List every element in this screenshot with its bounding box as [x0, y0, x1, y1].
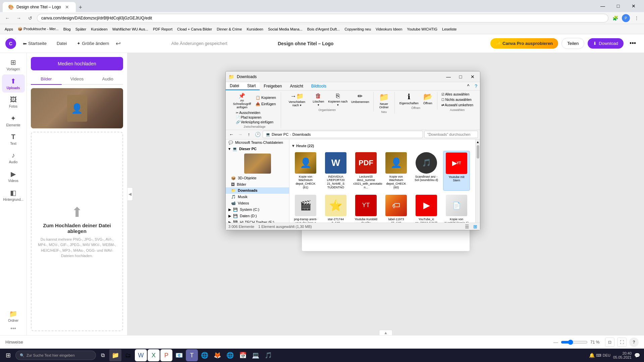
fe-tree-item-dieser-pc[interactable]: ▾💻Dieser PC: [226, 146, 289, 152]
bookmark-apps[interactable]: Apps: [3, 26, 15, 32]
sidebar-item-ordner[interactable]: 📁 Ordner: [2, 307, 25, 325]
tray-action-center-btn[interactable]: 💬: [634, 353, 640, 358]
bookmark-bois[interactable]: Bois d'Argent Duft...: [305, 26, 342, 32]
bookmark-socialmedia[interactable]: Social Media Mana...: [266, 26, 305, 32]
fe-view-details-btn[interactable]: ☰: [465, 224, 469, 229]
fe-tree-item-downloads[interactable]: 📁Downloads: [226, 187, 289, 194]
canva-undo-btn[interactable]: ↩: [116, 40, 121, 47]
fe-scroll-thumb[interactable]: [477, 145, 479, 159]
bookmark-spaeter[interactable]: Später: [73, 26, 88, 32]
fe-nav-forward-btn[interactable]: →: [236, 131, 244, 138]
bookmark-wahlfaecher[interactable]: Wahlfächer WU Aus...: [110, 26, 150, 32]
fe-file-3[interactable]: PDF LectureSli des1_summe r2021_with_ann…: [353, 151, 379, 191]
fe-file-5[interactable]: 🎵 Scandinavi anz - Sol (soundclou d): [413, 151, 440, 191]
bookmark-kursideen2[interactable]: Kursideen: [245, 26, 265, 32]
taskbar-mail-btn[interactable]: 📧: [173, 349, 185, 361]
ribbon-btn-alles-auswaehlen[interactable]: ☑ Alles auswählen: [440, 92, 475, 97]
fe-tree-item-musik[interactable]: 🎵Musik: [226, 194, 289, 200]
fe-ribbon-toggle-btn[interactable]: ^: [465, 82, 472, 90]
fe-tab-freigeben[interactable]: Freigeben: [260, 82, 286, 90]
fe-tab-start[interactable]: Start: [243, 82, 260, 90]
ribbon-btn-auswahl-umkehren[interactable]: ⇄ Auswahl umkehren: [440, 103, 475, 108]
browser-close-btn[interactable]: ✕: [626, 0, 641, 12]
fe-help-btn[interactable]: ?: [472, 82, 480, 90]
taskbar-apps-btn[interactable]: 🗂: [122, 349, 134, 361]
tray-clock[interactable]: 20:40 05.05.2021: [612, 351, 633, 359]
bookmark-videokurs[interactable]: Videokurs Ideen: [374, 26, 404, 32]
tab-audio[interactable]: Audio: [92, 74, 123, 84]
fe-nav-recent-btn[interactable]: 🕐: [254, 131, 261, 138]
canva-resize-btn[interactable]: ✦ Größe ändern: [73, 39, 112, 48]
fe-file-9[interactable]: YT Youtube Kursbild Quality: [353, 193, 379, 223]
ribbon-btn-umbenennen[interactable]: ✏ Umbenennen: [350, 92, 371, 108]
sidebar-item-text[interactable]: T Text: [2, 130, 25, 148]
page-fit-btn[interactable]: ⊡: [605, 338, 614, 347]
taskbar-device-btn[interactable]: 💻: [250, 349, 262, 361]
browser-tab[interactable]: 🎨 Design ohne Titel – Logo ✕: [3, 2, 76, 12]
fe-file-2[interactable]: W INDIVIDUA LREPORT20 21_NAME_S TUDENTNO: [322, 151, 349, 191]
bookmark-leseliste[interactable]: Leseliste: [440, 26, 459, 32]
taskbar-calendar-btn[interactable]: 📅: [237, 349, 249, 361]
fe-tab-ansicht[interactable]: Ansicht: [286, 82, 307, 90]
ribbon-btn-pfad-kopieren[interactable]: 📄 Pfad kopieren: [234, 115, 275, 120]
taskbar-files-btn[interactable]: 📁: [109, 349, 121, 361]
browser-settings-btn[interactable]: ⋮: [632, 13, 641, 23]
browser-minimize-btn[interactable]: —: [595, 0, 610, 12]
bookmark-copywriting[interactable]: Copywriting neu: [342, 26, 373, 32]
taskbar-search-box[interactable]: 🔍 Zur Suche Text hier eingeben: [15, 351, 96, 360]
bookmark-youtube[interactable]: Youtube WICHTIG: [405, 26, 439, 32]
help-btn[interactable]: ?: [629, 338, 639, 347]
ribbon-btn-einfuegen[interactable]: 📥 Einfügen: [254, 101, 278, 107]
ribbon-btn-verschieben[interactable]: →📁 Verschieben nach ▾: [284, 92, 310, 108]
fe-close-btn[interactable]: ✕: [468, 73, 477, 81]
canva-pro-btn[interactable]: ✨ Canva Pro ausprobieren: [490, 38, 558, 49]
taskbar-spotify-btn[interactable]: 🎵: [262, 349, 274, 361]
ribbon-btn-neuer-ordner[interactable]: 📁 NeuerOrdner: [376, 92, 392, 110]
bookmark-pdf[interactable]: PDF Report: [151, 26, 174, 32]
canvas-bottom-toggle[interactable]: ▲: [379, 330, 392, 335]
fe-file-7[interactable]: 🎬 png-transp arent-yout ube-logo-c omput…: [292, 193, 319, 223]
fe-tree-item-daten-d[interactable]: ▶💾Daten (D:): [226, 213, 289, 219]
fe-tree-item-bilder[interactable]: 🖼Bilder: [226, 181, 289, 187]
taskbar-start-btn[interactable]: ⊞: [1, 349, 15, 361]
bookmark-dinner[interactable]: Dinner & Crime: [215, 26, 244, 32]
tab-close-btn[interactable]: ✕: [64, 4, 70, 10]
fe-search-input[interactable]: [424, 131, 478, 138]
sidebar-item-audio[interactable]: ♪ Audio: [2, 149, 25, 167]
address-bar[interactable]: [37, 14, 608, 22]
ribbon-btn-nichts-auswaehlen[interactable]: ☐ Nichts auswählen: [440, 97, 475, 102]
fe-file-12[interactable]: 📄 Kopie von Kursbild (Kopie 1) Black Fri…: [443, 193, 470, 223]
ribbon-btn-loeschen[interactable]: 🗑 Löschen ▾: [311, 92, 326, 108]
zoom-slider[interactable]: [561, 340, 588, 345]
fe-maximize-btn[interactable]: □: [456, 73, 465, 81]
fe-breadcrumb[interactable]: 💻 Dieser PC › Downloads: [263, 131, 423, 138]
fe-tab-bildtools[interactable]: Bildtools: [307, 82, 330, 90]
taskbar-word-btn[interactable]: W: [135, 349, 147, 361]
tab-videos[interactable]: Videos: [62, 74, 93, 84]
fe-file-6[interactable]: ▶YT Youtube mit Stern: [443, 151, 470, 191]
browser-profile-btn[interactable]: P: [622, 14, 630, 22]
upload-dropzone[interactable]: ⬆ Zum Hochladen deiner Datei ablegen Du …: [31, 132, 123, 331]
fe-nav-up-btn[interactable]: ↑: [245, 131, 253, 138]
fe-file-1[interactable]: 👤 Kopie von Wachstum depot_CHECK (61): [292, 151, 319, 191]
taskbar-edge-btn[interactable]: 🦊: [211, 349, 223, 361]
browser-maximize-btn[interactable]: □: [610, 0, 626, 12]
sidebar-item-videos[interactable]: ▶ Videos: [2, 167, 25, 185]
tray-keyboard-btn[interactable]: ⌨: [596, 353, 601, 358]
fe-tree-item-hitech[interactable]: ▶💾HI-TECH Treiber (E:): [226, 219, 289, 223]
canva-file-btn[interactable]: Datei: [53, 39, 70, 48]
fe-nav-back-btn[interactable]: ←: [228, 131, 235, 138]
fe-view-grid-btn[interactable]: ⊞: [473, 224, 477, 229]
sidebar-item-hintergrund[interactable]: ◧ Hintergrund...: [2, 186, 25, 204]
bookmark-kursideen[interactable]: Kursideen: [89, 26, 110, 32]
panel-collapse-btn[interactable]: ◀: [127, 187, 133, 201]
taskbar-task-view-btn[interactable]: ⧉: [97, 349, 109, 361]
fe-tab-datei[interactable]: Datei: [226, 82, 243, 90]
sidebar-item-fotos[interactable]: 🖼 Fotos: [2, 93, 25, 111]
fullscreen-btn[interactable]: ⛶: [617, 338, 627, 347]
fe-tree-item-videos[interactable]: 📹Videos: [226, 200, 289, 206]
browser-back-btn[interactable]: ←: [3, 13, 12, 23]
ribbon-btn-eigenschaften[interactable]: ℹ Eigenschaften: [397, 92, 421, 106]
bookmark-produktsuche[interactable]: 📦 Produktsuche - Mer...: [16, 26, 61, 32]
ribbon-btn-ausschneiden[interactable]: ✂ Ausschneiden: [234, 111, 275, 115]
